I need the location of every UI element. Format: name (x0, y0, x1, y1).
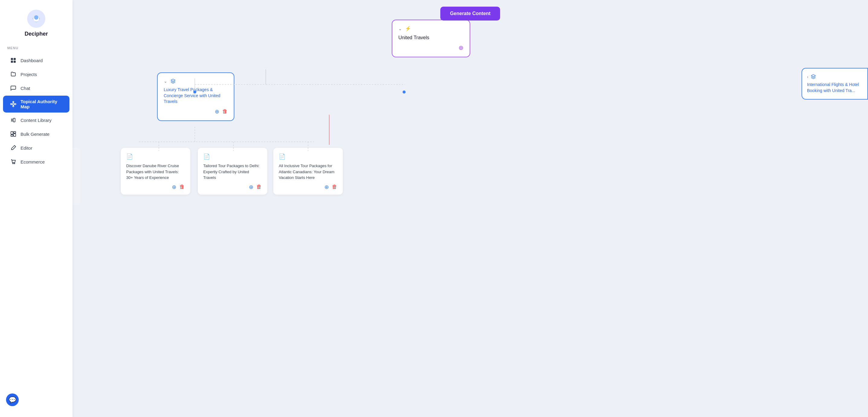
chat-label: Chat (21, 86, 30, 91)
bulk-generate-icon (10, 131, 16, 137)
sidebar-item-ecommerce[interactable]: Ecommerce (3, 155, 69, 168)
leaf-3-add-button[interactable]: ⊕ (324, 184, 329, 190)
svg-rect-3 (11, 58, 13, 60)
leaf-title-2: Tailored Tour Packages to Delhi: Expertl… (203, 163, 262, 181)
mid-left-add-button[interactable]: ⊕ (215, 108, 219, 115)
dashboard-label: Dashboard (21, 58, 42, 63)
mid-node-left-header: ⌄ (164, 78, 228, 84)
connector-lines (72, 0, 868, 417)
mid-left-delete-button[interactable]: 🗑 (222, 108, 228, 115)
sidebar-item-topical-authority[interactable]: Topical Authority Map (3, 96, 69, 112)
topical-authority-icon (10, 101, 16, 107)
app-name: Decipher (25, 31, 48, 37)
mid-node-right: › International Flights & Hotel Booking … (802, 68, 868, 100)
leaf-actions-1: ⊕ 🗑 (126, 184, 185, 190)
root-node: ⌄ ⚡ United Travels ⊕ (392, 20, 470, 57)
layers-icon-right (811, 74, 816, 79)
mid-node-left-actions: ⊕ 🗑 (164, 108, 228, 115)
mid-node-left-title: Luxury Travel Packages & Concierge Servi… (164, 87, 228, 105)
leaf-icon-2: 📄 (203, 153, 262, 160)
svg-rect-19 (11, 132, 13, 134)
svg-rect-21 (11, 135, 13, 136)
leaf-title-1: Discover Danube River Cruise Packages wi… (126, 163, 185, 181)
svg-point-10 (10, 104, 12, 105)
left-partial-strip (72, 148, 80, 205)
leaf-card-1: 📄 Discover Danube River Cruise Packages … (121, 148, 190, 195)
svg-rect-18 (13, 118, 15, 122)
svg-point-11 (15, 104, 16, 105)
root-node-title: United Travels (398, 35, 464, 40)
logo-icon (27, 9, 46, 28)
bolt-icon: ⚡ (405, 26, 411, 31)
main-canvas: Generate Content ⌄ ⚡ United Travels ⊕ (72, 0, 868, 417)
mid-right-expand-icon[interactable]: › (807, 74, 808, 79)
mid-node-right-header: › (807, 74, 863, 79)
leaf-actions-3: ⊕ 🗑 (279, 184, 337, 190)
dashboard-icon (10, 57, 16, 63)
sidebar: Decipher MENU Dashboard Projects Chat (0, 0, 72, 417)
mid-left-collapse-icon[interactable]: ⌄ (164, 79, 167, 83)
svg-rect-6 (13, 61, 16, 63)
svg-point-7 (12, 103, 14, 105)
generate-content-button[interactable]: Generate Content (440, 7, 500, 21)
svg-point-37 (403, 91, 406, 94)
content-library-label: Content Library (21, 118, 52, 123)
leaf-1-delete-button[interactable]: 🗑 (179, 184, 185, 190)
sidebar-item-content-library[interactable]: Content Library (3, 114, 69, 127)
sidebar-item-bulk-generate[interactable]: Bulk Generate (3, 128, 69, 140)
sidebar-bottom: 💬 (0, 389, 72, 411)
bulk-generate-label: Bulk Generate (21, 132, 50, 137)
projects-label: Projects (21, 72, 37, 77)
sidebar-item-chat[interactable]: Chat (3, 82, 69, 95)
svg-point-23 (13, 163, 13, 164)
menu-label: MENU (0, 46, 72, 54)
svg-rect-4 (13, 58, 16, 60)
chat-bubble-icon: 💬 (9, 396, 16, 404)
editor-label: Editor (21, 145, 32, 150)
topical-authority-label: Topical Authority Map (21, 99, 62, 109)
svg-point-2 (34, 15, 38, 20)
svg-rect-20 (13, 134, 16, 136)
svg-point-8 (13, 101, 14, 103)
root-node-header: ⌄ ⚡ (398, 26, 464, 31)
leaf-title-3: All Inclusive Tour Packages for Atlantic… (279, 163, 337, 181)
logo-area: Decipher (0, 6, 72, 46)
sidebar-item-editor[interactable]: Editor (3, 141, 69, 154)
sidebar-item-projects[interactable]: Projects (3, 68, 69, 80)
root-add-button[interactable]: ⊕ (398, 44, 464, 51)
svg-point-9 (13, 106, 14, 107)
ecommerce-icon (10, 159, 16, 165)
svg-rect-5 (11, 61, 13, 63)
ecommerce-label: Ecommerce (21, 159, 45, 165)
content-library-icon (10, 117, 16, 123)
leaf-card-2: 📄 Tailored Tour Packages to Delhi: Exper… (198, 148, 267, 195)
chat-support-button[interactable]: 💬 (6, 393, 19, 406)
leaf-2-add-button[interactable]: ⊕ (249, 184, 253, 190)
collapse-icon[interactable]: ⌄ (398, 26, 402, 31)
layers-icon-left (170, 78, 176, 84)
mid-node-left: ⌄ Luxury Travel Packages & Concierge Ser… (157, 72, 235, 121)
projects-icon (10, 71, 16, 77)
svg-point-24 (14, 163, 15, 164)
leaf-3-delete-button[interactable]: 🗑 (332, 184, 337, 190)
leaf-actions-2: ⊕ 🗑 (203, 184, 262, 190)
sidebar-item-dashboard[interactable]: Dashboard (3, 54, 69, 67)
chat-icon (10, 85, 16, 91)
mid-node-right-title: International Flights & Hotel Booking wi… (807, 82, 863, 94)
leaf-icon-1: 📄 (126, 153, 185, 160)
leaf-icon-3: 📄 (279, 153, 337, 160)
leaf-card-3: 📄 All Inclusive Tour Packages for Atlant… (273, 148, 343, 195)
leaf-2-delete-button[interactable]: 🗑 (256, 184, 262, 190)
editor-icon (10, 145, 16, 151)
svg-rect-22 (13, 132, 16, 133)
leaf-1-add-button[interactable]: ⊕ (172, 184, 176, 190)
